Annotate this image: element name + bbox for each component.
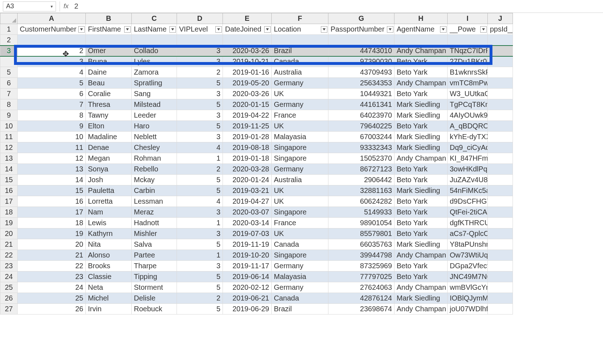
cell[interactable]: Haro bbox=[132, 121, 177, 132]
cell[interactable]: 5 bbox=[177, 239, 223, 250]
cell[interactable] bbox=[488, 218, 513, 228]
cell[interactable]: Mishler bbox=[132, 228, 177, 239]
cell[interactable]: Canada bbox=[272, 293, 328, 304]
cell[interactable]: 5 bbox=[177, 121, 223, 132]
cell[interactable]: 3 bbox=[177, 132, 223, 142]
cell[interactable]: 5 bbox=[177, 304, 223, 315]
cell[interactable]: JuZAZv4U8mE bbox=[448, 175, 488, 185]
cell[interactable] bbox=[488, 228, 513, 239]
table-row[interactable]: 2221AlonsoPartee12019-10-20Singapore3994… bbox=[0, 250, 513, 261]
cell[interactable]: Germany bbox=[272, 99, 328, 110]
cell[interactable]: 97390030 bbox=[328, 56, 394, 67]
cell[interactable]: 21 bbox=[18, 250, 86, 261]
select-all-corner[interactable] bbox=[0, 13, 18, 24]
cell[interactable]: Mark Siedling bbox=[394, 239, 448, 250]
cell[interactable]: 6 bbox=[18, 89, 86, 99]
row-header-26[interactable]: 26 bbox=[0, 293, 18, 304]
cell[interactable]: 5149933 bbox=[328, 207, 394, 218]
cell[interactable]: Singapore bbox=[272, 250, 328, 261]
cell[interactable]: UK bbox=[272, 185, 328, 196]
row-header-15[interactable]: 15 bbox=[0, 175, 18, 185]
cell[interactable]: Tharpe bbox=[132, 261, 177, 271]
cell[interactable]: Meraz bbox=[132, 207, 177, 218]
cell[interactable]: 5 bbox=[177, 185, 223, 196]
cell[interactable]: wmBVlGcYnyY bbox=[448, 282, 488, 293]
cell[interactable]: 2019-06-21 bbox=[223, 293, 272, 304]
cell[interactable] bbox=[488, 196, 513, 207]
cell[interactable]: Sonya bbox=[86, 164, 132, 175]
cell[interactable]: 2019-11-25 bbox=[223, 121, 272, 132]
cell[interactable]: 3owHKdlPq3g bbox=[448, 164, 488, 175]
cell[interactable]: Mark Siedling bbox=[394, 110, 448, 121]
cell[interactable]: 2019-07-03 bbox=[223, 228, 272, 239]
cell[interactable]: Rebello bbox=[132, 164, 177, 175]
cell[interactable]: 2 bbox=[177, 293, 223, 304]
cell[interactable]: 2020-03-28 bbox=[223, 164, 272, 175]
row-header-8[interactable]: 8 bbox=[0, 99, 18, 110]
cell[interactable]: Neta bbox=[86, 282, 132, 293]
col-header-F[interactable]: F bbox=[272, 13, 328, 24]
row-header-24[interactable]: 24 bbox=[0, 271, 18, 282]
row-header-27[interactable]: 27 bbox=[0, 304, 18, 315]
cell[interactable]: Mark Siedling bbox=[394, 132, 448, 142]
cell[interactable]: Coralie bbox=[86, 89, 132, 99]
cell[interactable]: Mark Siedling bbox=[394, 293, 448, 304]
cell[interactable]: 2020-03-26 bbox=[223, 46, 272, 56]
cell[interactable]: 10 bbox=[18, 132, 86, 142]
cell[interactable]: 13 bbox=[18, 164, 86, 175]
cell[interactable]: Lorretta bbox=[86, 196, 132, 207]
cell[interactable]: 2019-04-22 bbox=[223, 110, 272, 121]
cell[interactable]: UK bbox=[272, 89, 328, 99]
cell[interactable]: Mark Siedling bbox=[394, 99, 448, 110]
cell[interactable]: Carbin bbox=[132, 185, 177, 196]
cell[interactable]: France bbox=[272, 110, 328, 121]
table-row[interactable]: 87ThresaMilstead52020-01-15Germany441613… bbox=[0, 99, 513, 110]
row-header-25[interactable]: 25 bbox=[0, 282, 18, 293]
table-row[interactable]: 2726IrvinRoebuck52019-06-29Brazil2369867… bbox=[0, 304, 513, 315]
cell[interactable]: Brooks bbox=[86, 261, 132, 271]
row-header-16[interactable]: 16 bbox=[0, 185, 18, 196]
cell[interactable]: Leeder bbox=[132, 110, 177, 121]
cell[interactable]: d9DsCFHGYrk bbox=[448, 196, 488, 207]
cell[interactable]: 19 bbox=[18, 228, 86, 239]
cell[interactable]: Rohman bbox=[132, 153, 177, 164]
filter-dropdown-icon[interactable] bbox=[480, 26, 487, 33]
cell[interactable]: 85579801 bbox=[328, 228, 394, 239]
cell[interactable]: 10449321 bbox=[328, 89, 394, 99]
row-header-13[interactable]: 13 bbox=[0, 153, 18, 164]
col-header-A[interactable]: A bbox=[18, 13, 86, 24]
cell[interactable]: Beto Yark bbox=[394, 207, 448, 218]
cell[interactable]: 26 bbox=[18, 304, 86, 315]
cell[interactable]: UK bbox=[272, 196, 328, 207]
row-header-12[interactable]: 12 bbox=[0, 142, 18, 153]
cell[interactable]: B1wknrsSkPI bbox=[448, 67, 488, 78]
filter-dropdown-icon[interactable] bbox=[264, 26, 271, 33]
row-header-17[interactable]: 17 bbox=[0, 196, 18, 207]
cell[interactable]: Australia bbox=[272, 175, 328, 185]
cell[interactable]: Daine bbox=[86, 67, 132, 78]
cell[interactable]: Beto Yark bbox=[394, 56, 448, 67]
cell[interactable]: Kathyrn bbox=[86, 228, 132, 239]
cell[interactable]: 16 bbox=[18, 196, 86, 207]
cell[interactable]: 25 bbox=[18, 293, 86, 304]
cell[interactable]: 5 bbox=[18, 78, 86, 89]
col-header-H[interactable]: H bbox=[394, 13, 448, 24]
header-passportnumber[interactable]: PassportNumber bbox=[328, 24, 394, 35]
cell[interactable]: DGpa2VfectI bbox=[448, 261, 488, 271]
cell[interactable]: 2906442 bbox=[328, 175, 394, 185]
header-lastname[interactable]: LastName bbox=[132, 24, 177, 35]
cell[interactable] bbox=[488, 132, 513, 142]
cell[interactable] bbox=[488, 175, 513, 185]
cell[interactable]: 5 bbox=[177, 282, 223, 293]
cell[interactable]: Beto Yark bbox=[394, 218, 448, 228]
col-header-D[interactable]: D bbox=[177, 13, 223, 24]
table-row[interactable]: 43BrunaLyles32019-10-21Canada97390030Bet… bbox=[0, 56, 513, 67]
cell[interactable]: Denae bbox=[86, 142, 132, 153]
cell[interactable] bbox=[488, 46, 513, 56]
cell[interactable]: Neblett bbox=[132, 132, 177, 142]
cell[interactable]: 2019-11-17 bbox=[223, 261, 272, 271]
cell[interactable]: Beau bbox=[86, 78, 132, 89]
cell[interactable]: 93332343 bbox=[328, 142, 394, 153]
cell[interactable]: Canada bbox=[272, 56, 328, 67]
cell[interactable]: 5 bbox=[177, 175, 223, 185]
